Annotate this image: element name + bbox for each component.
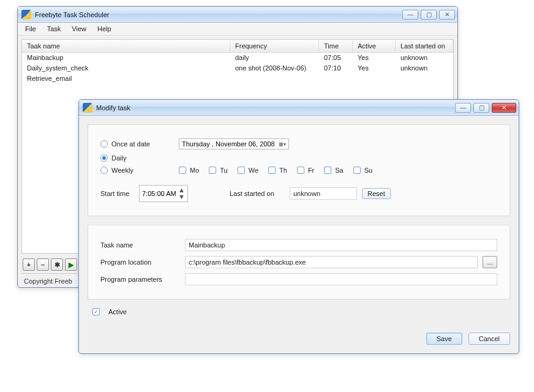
menu-task[interactable]: Task [42,24,66,34]
calendar-icon: ▦▾ [279,141,286,147]
task-row[interactable]: Mainbackup daily 07:05 Yes unknown [22,53,453,63]
schedule-group: Once at date Thursday , November 06, 200… [88,124,510,216]
col-time[interactable]: Time [319,40,353,52]
radio-weekly[interactable] [100,167,108,174]
check-active[interactable] [92,308,100,315]
program-location-input[interactable]: c:\program files\fbbackup\fbbackup.exe [185,256,478,268]
task-row[interactable]: Retrieve_email [22,74,453,84]
col-last[interactable]: Last started on [396,40,453,52]
modal-title: Modify task [96,104,130,111]
maximize-button[interactable]: ▢ [421,10,437,20]
check-fr[interactable] [297,167,304,174]
close-button[interactable]: ✕ [439,10,455,20]
col-freq[interactable]: Frequency [230,40,319,52]
menu-file[interactable]: File [20,24,41,34]
minimize-button[interactable]: — [402,10,418,20]
check-we[interactable] [238,167,245,174]
close-button[interactable]: ✕ [492,103,516,113]
remove-button[interactable]: – [37,258,49,271]
main-menubar: File Task View Help [18,23,457,36]
note-button[interactable]: ✱ [51,258,63,271]
app-icon [21,10,31,20]
play-button[interactable]: ▶ [65,258,77,271]
check-sa[interactable] [324,167,331,174]
reset-button[interactable]: Reset [362,188,391,199]
menu-help[interactable]: Help [92,24,116,34]
radio-once[interactable] [100,140,108,148]
browse-button[interactable]: ... [483,256,497,268]
radio-daily[interactable] [100,154,108,162]
program-params-input[interactable] [185,273,497,285]
check-su[interactable] [353,167,361,174]
start-time-input[interactable]: 7:05:00 AM ▲▼ [139,185,188,202]
date-picker[interactable]: Thursday , November 06, 2008 ▦▾ [179,138,289,149]
spinner-arrows-icon: ▲▼ [178,187,185,200]
add-button[interactable]: + [23,258,35,271]
check-th[interactable] [268,167,276,174]
check-tu[interactable] [209,167,216,174]
app-icon [83,103,92,113]
last-started-value: unknown [290,187,357,200]
modal-titlebar[interactable]: Modify task — ▢ ✕ [79,100,519,116]
task-name-input[interactable]: Mainbackup [185,239,497,251]
col-active[interactable]: Active [353,40,396,52]
minimize-button[interactable]: — [455,103,471,113]
col-name[interactable]: Taak name [22,40,230,52]
maximize-button[interactable]: ▢ [473,103,489,113]
main-titlebar[interactable]: Freebyte Task Scheduler — ▢ ✕ [18,7,457,23]
program-group: Task name Mainbackup Program location c:… [88,225,510,300]
check-mo[interactable] [179,167,186,174]
menu-view[interactable]: View [67,24,91,34]
cancel-button[interactable]: Cancel [468,333,510,345]
main-title: Freebyte Task Scheduler [35,11,109,18]
save-button[interactable]: Save [426,333,462,345]
task-row[interactable]: Daily_system_check one shot (2008-Nov-06… [22,63,453,74]
